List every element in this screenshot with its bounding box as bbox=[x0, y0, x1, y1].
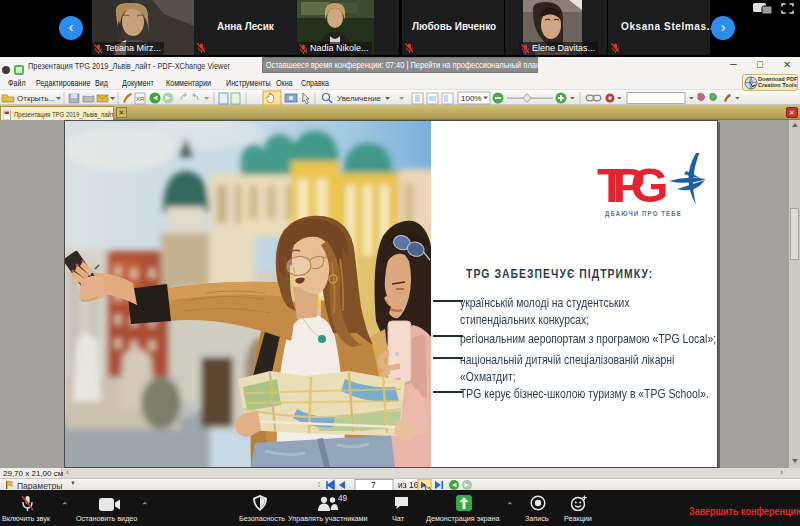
svg-text:7: 7 bbox=[371, 480, 376, 490]
svg-text:из 16: из 16 bbox=[398, 480, 419, 490]
svg-text:Открыть...: Открыть... bbox=[17, 94, 55, 103]
svg-text:TPG: TPG bbox=[597, 158, 667, 212]
svg-text:XR: XR bbox=[136, 96, 145, 102]
svg-text:100%: 100% bbox=[461, 94, 481, 103]
svg-text:Увеличение: Увеличение bbox=[337, 94, 382, 103]
